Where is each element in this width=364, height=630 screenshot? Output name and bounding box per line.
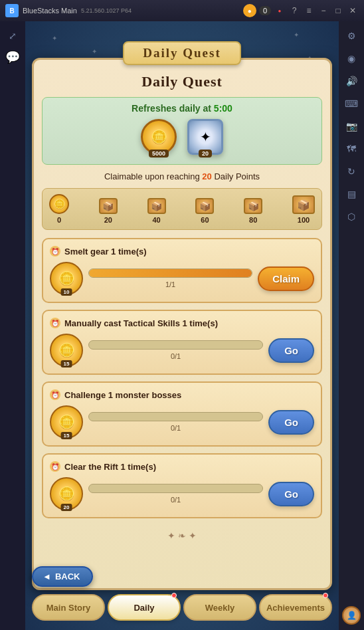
- sidebar-layers-icon[interactable]: ▤: [342, 185, 361, 203]
- progress-text-1: 1/1: [88, 280, 252, 288]
- star-deco-1: ✦: [52, 35, 57, 42]
- track-chest-40: 📦: [147, 198, 166, 214]
- tab-weekly[interactable]: Weekly: [183, 594, 256, 621]
- tab-daily[interactable]: Daily: [108, 594, 181, 621]
- tab-main-story[interactable]: Main Story: [32, 594, 105, 621]
- sidebar-settings-icon[interactable]: ⚙: [342, 27, 361, 45]
- quest-header-3: ⏰ Challenge 1 monster bosses: [50, 389, 314, 400]
- track-chest-80: 📦: [244, 198, 262, 214]
- claimable-text: Claimable upon reaching 20 Daily Points: [42, 171, 322, 181]
- sidebar-rotate-icon[interactable]: ↻: [342, 162, 361, 181]
- coin-icon: ●: [243, 4, 256, 17]
- track-80: 📦 80: [244, 198, 262, 224]
- refresh-time-value: 5:00: [214, 103, 232, 114]
- minimize-button[interactable]: −: [318, 5, 329, 17]
- quest-body-1: 🪙 10 1/1 Claim: [50, 262, 314, 295]
- quest-reward-count-4: 20: [61, 504, 72, 511]
- right-sidebar: ⚙ ◉ 🔊 ⌨ 📷 🗺 ↻ ▤ ⬡ 👤: [339, 21, 364, 630]
- quest-button-4[interactable]: Go: [268, 482, 314, 506]
- quest-clock-icon-3: ⏰: [50, 389, 60, 400]
- quest-reward-count-3: 15: [61, 432, 72, 439]
- quest-cards: ⏰ Smelt gear 1 time(s) 🪙 10 1/1 Claim ⏰: [42, 238, 322, 518]
- quest-card-4: ⏰ Clear the Rift 1 time(s) 🪙 20 0/1 Go: [42, 453, 322, 518]
- menu-button[interactable]: ≡: [303, 5, 315, 17]
- quest-content[interactable]: Daily Quest Refreshes daily at 5:00 🪙 50…: [34, 66, 330, 588]
- track-chest-20: 📦: [99, 198, 118, 214]
- expand-icon[interactable]: ⤢: [3, 27, 22, 45]
- bottom-deco: ✦ ❧ ✦: [42, 525, 322, 546]
- progress-bar-container-4: [88, 484, 263, 493]
- resize-button[interactable]: □: [332, 5, 344, 17]
- track-20: 📦 20: [99, 198, 118, 224]
- sidebar-avatar[interactable]: 👤: [342, 606, 361, 625]
- quest-button-3[interactable]: Go: [268, 410, 314, 435]
- help-button[interactable]: ?: [288, 5, 300, 17]
- progress-text-2: 0/1: [88, 352, 263, 360]
- quest-body-3: 🪙 15 0/1 Go: [50, 405, 314, 439]
- sidebar-macro-icon[interactable]: ⬡: [342, 207, 361, 226]
- sidebar-keyboard-icon[interactable]: ⌨: [342, 94, 361, 113]
- quest-title-3: Challenge 1 monster bosses: [64, 390, 181, 400]
- claimable-threshold: 20: [202, 171, 211, 181]
- star-deco-3: ✦: [294, 31, 299, 39]
- track-label-60: 60: [201, 216, 209, 224]
- quest-button-1[interactable]: Claim: [258, 266, 314, 291]
- sidebar-camera-icon[interactable]: 📷: [342, 117, 361, 136]
- track-chest-60: 📦: [195, 198, 214, 214]
- progress-text-4: 0/1: [88, 496, 263, 504]
- track-label-100: 100: [298, 216, 310, 224]
- back-arrow-icon: ◄: [43, 572, 51, 581]
- quest-card-2: ⏰ Manually cast Tactical Skills 1 time(s…: [42, 310, 322, 375]
- quest-progress-2: 0/1: [88, 340, 263, 360]
- claimable-label: Claimable upon reaching: [104, 171, 200, 181]
- track-coin-0: 🪙: [49, 194, 69, 214]
- quest-reward-coin-4: 🪙 20: [50, 477, 83, 510]
- quest-title-4: Clear the Rift 1 time(s): [64, 462, 156, 472]
- close-button[interactable]: ✕: [347, 5, 359, 17]
- progress-bar-container-2: [88, 340, 263, 350]
- tab-daily-dot: [171, 593, 177, 598]
- quest-title: Daily Quest: [42, 73, 322, 90]
- tab-achievements[interactable]: Achievements: [259, 594, 332, 621]
- title-bar: B BlueStacks Main 5.21.560.1027 P64 ● 0 …: [0, 0, 364, 21]
- sidebar-volume-icon[interactable]: 🔊: [342, 72, 361, 90]
- quest-body-4: 🪙 20 0/1 Go: [50, 477, 314, 510]
- track-0: 🪙 0: [49, 194, 69, 224]
- quest-reward-count-2: 15: [61, 360, 72, 368]
- quest-title-2: Manually cast Tactical Skills 1 time(s): [64, 318, 218, 328]
- notification-dot: ●: [274, 5, 286, 17]
- progress-text-3: 0/1: [88, 424, 263, 432]
- track-label-40: 40: [152, 216, 160, 224]
- quest-body-2: 🪙 15 0/1 Go: [50, 334, 314, 367]
- track-100: 📦 100: [292, 195, 315, 224]
- chat-icon[interactable]: 💬: [3, 48, 22, 66]
- sidebar-profile-icon[interactable]: ◉: [342, 49, 361, 68]
- quest-card-1: ⏰ Smelt gear 1 time(s) 🪙 10 1/1 Claim: [42, 238, 322, 303]
- quest-header-4: ⏰ Clear the Rift 1 time(s): [50, 461, 314, 472]
- back-button[interactable]: ◄ BACK: [32, 566, 93, 587]
- track-items: 🪙 0 📦 20 📦 40 📦 60: [49, 194, 315, 224]
- bottom-tabs: Main Story Daily Weekly Achievements: [25, 590, 339, 630]
- back-label: BACK: [55, 572, 80, 581]
- quest-title-1: Smelt gear 1 time(s): [64, 247, 147, 257]
- quest-header-1: ⏰ Smelt gear 1 time(s): [50, 246, 314, 257]
- points-reward: ✦ 20: [187, 119, 223, 155]
- progress-bar-container-1: [88, 268, 252, 278]
- app-logo: B: [5, 4, 19, 17]
- quest-reward-coin-2: 🪙 15: [50, 334, 83, 367]
- quest-reward-count-1: 10: [61, 288, 72, 296]
- gold-reward: 🪙 5000: [141, 119, 177, 155]
- sidebar-map-icon[interactable]: 🗺: [342, 140, 361, 158]
- quest-reward-coin-1: 🪙 10: [50, 262, 83, 295]
- quest-button-2[interactable]: Go: [268, 338, 314, 363]
- quest-clock-icon-2: ⏰: [50, 318, 60, 328]
- refresh-label: Refreshes daily at: [132, 103, 211, 114]
- quest-progress-4: 0/1: [88, 484, 263, 504]
- quest-header-2: ⏰ Manually cast Tactical Skills 1 time(s…: [50, 318, 314, 328]
- progress-bar-container-3: [88, 412, 263, 421]
- app-name: BlueStacks Main: [23, 7, 77, 15]
- daily-points-label: Daily Points: [214, 171, 260, 181]
- track-label-0: 0: [57, 216, 61, 224]
- star-deco-2: ✦: [92, 48, 97, 55]
- points-amount: 20: [199, 150, 212, 158]
